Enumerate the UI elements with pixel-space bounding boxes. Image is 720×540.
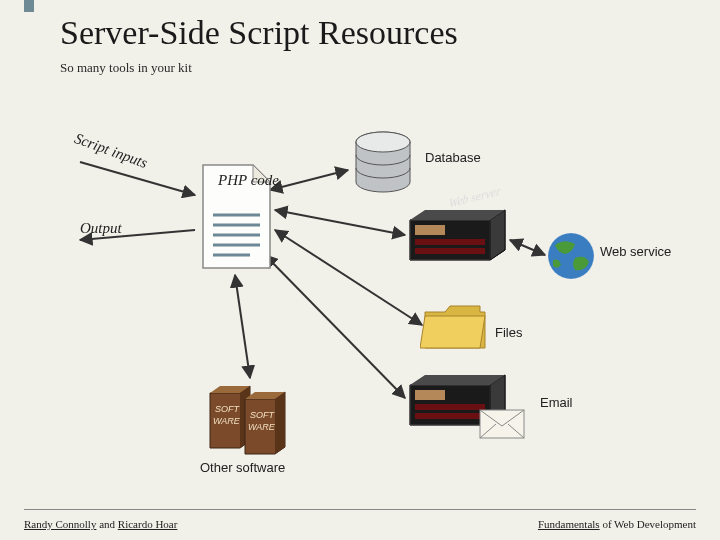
- software-boxes-icon: SOFT WARE SOFT WARE: [205, 378, 300, 458]
- svg-rect-20: [415, 390, 445, 400]
- svg-line-6: [235, 275, 250, 378]
- svg-line-5: [265, 255, 405, 398]
- svg-rect-22: [415, 413, 485, 419]
- author-2: Ricardo Hoar: [118, 518, 178, 530]
- accent-bar: [24, 0, 34, 12]
- svg-line-7: [510, 240, 545, 255]
- globe-icon: [545, 230, 597, 282]
- label-files: Files: [495, 325, 522, 340]
- svg-line-3: [275, 210, 405, 235]
- svg-rect-17: [415, 248, 485, 254]
- label-database: Database: [425, 150, 481, 165]
- svg-point-14: [356, 132, 410, 152]
- footer-book: Fundamentals of Web Development: [538, 518, 696, 530]
- footer-rule: [24, 509, 696, 510]
- svg-line-2: [270, 170, 348, 190]
- svg-rect-15: [415, 225, 445, 235]
- slide-subtitle: So many tools in your kit: [60, 60, 192, 76]
- label-email: Email: [540, 395, 573, 410]
- slide-title: Server-Side Script Resources: [60, 14, 458, 52]
- svg-text:SOFT: SOFT: [250, 410, 276, 420]
- label-php-code: PHP code: [218, 173, 279, 189]
- svg-text:WARE: WARE: [248, 422, 276, 432]
- book-part2: of Web Development: [600, 518, 696, 530]
- folder-icon: [420, 300, 490, 355]
- label-output: Output: [80, 220, 122, 237]
- svg-text:WARE: WARE: [213, 416, 241, 426]
- author-1: Randy Connolly: [24, 518, 96, 530]
- email-server-icon: [405, 370, 535, 450]
- svg-rect-16: [415, 239, 485, 245]
- label-web-service: Web service: [600, 245, 671, 259]
- label-other-software: Other software: [200, 460, 285, 475]
- svg-text:SOFT: SOFT: [215, 404, 241, 414]
- svg-line-4: [275, 230, 422, 325]
- php-code-text: PHP code: [218, 172, 279, 188]
- svg-rect-21: [415, 404, 485, 410]
- architecture-diagram: Script inputs Output PHP code Database W…: [0, 100, 720, 480]
- database-icon: [348, 130, 418, 200]
- footer-authors: Randy Connolly and Ricardo Hoar: [24, 518, 177, 530]
- author-connector: and: [96, 518, 117, 530]
- web-server-icon: [405, 205, 510, 270]
- book-part1: Fundamentals: [538, 518, 600, 530]
